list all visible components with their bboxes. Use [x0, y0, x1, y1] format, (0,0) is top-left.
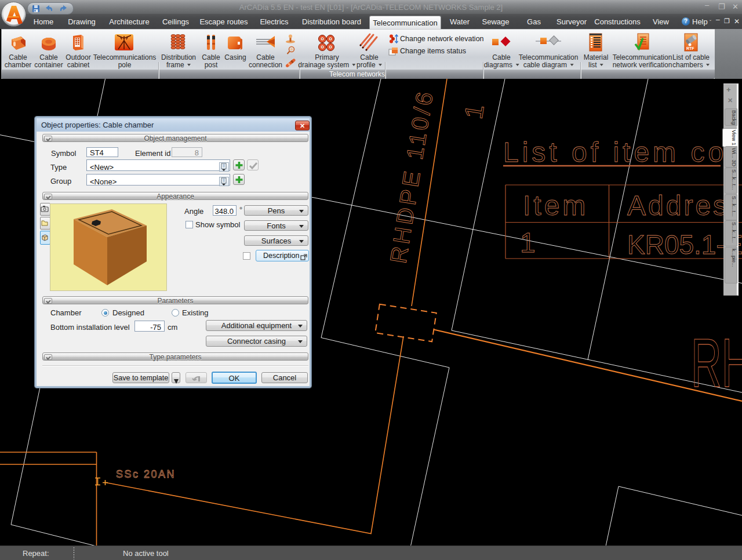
svg-text:SSc 20AN: SSc 20AN: [116, 468, 176, 480]
svg-text:1: 1: [520, 227, 536, 258]
svg-text:List of item co: List of item co: [503, 137, 727, 168]
svg-text:RTF: RTF: [686, 46, 694, 50]
svg-text:RHDPE 110/6: RHDPE 110/6: [385, 88, 438, 265]
svg-text:1: 1: [459, 103, 489, 121]
svg-text:Item: Item: [523, 190, 588, 221]
svg-text:RH: RH: [691, 325, 742, 401]
svg-text:Addres: Addres: [627, 190, 729, 221]
